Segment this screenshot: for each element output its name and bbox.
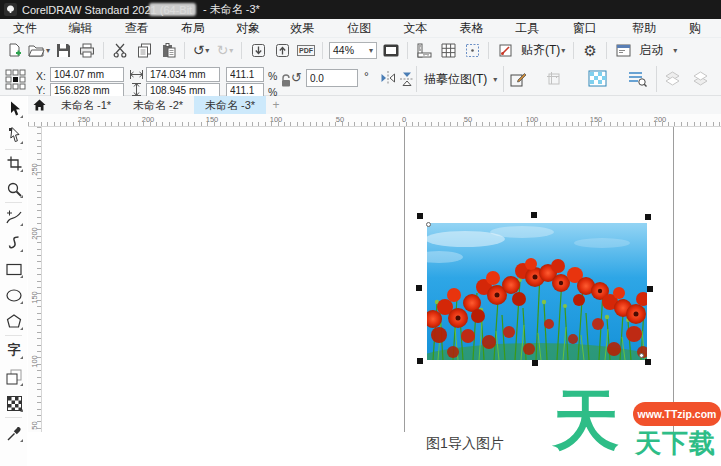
show-grid-toggle[interactable] — [436, 39, 460, 61]
hruler-label: 50 — [336, 115, 344, 124]
mirror-horizontal-button[interactable] — [380, 71, 396, 85]
menu-object[interactable]: 对象(J) — [227, 19, 281, 38]
vruler-label: 150 — [30, 288, 39, 308]
window-title-document: - 未命名 -3* — [203, 0, 260, 19]
vertical-ruler[interactable]: 250 200 150 100 50 — [28, 127, 42, 432]
toolbox-separator — [5, 149, 22, 150]
object-width-input[interactable] — [146, 67, 220, 82]
new-tab-button[interactable]: + — [266, 96, 286, 114]
rectangle-tool[interactable] — [3, 258, 25, 280]
launch-dropdown[interactable]: 启动 ▾ — [635, 39, 681, 61]
show-rulers-toggle[interactable] — [412, 39, 436, 61]
trace-bitmap-button[interactable]: 描摹位图(T) ▾ — [420, 68, 501, 90]
gear-icon: ⚙ — [584, 43, 597, 58]
open-dropdown-caret[interactable]: ▾ — [46, 46, 50, 55]
selection-handle-top-left[interactable] — [417, 213, 423, 219]
redo-dropdown-caret: ▾ — [229, 46, 233, 55]
paste-button[interactable] — [156, 39, 180, 61]
menu-effects[interactable]: 效果(C) — [281, 19, 338, 38]
menu-layout[interactable]: 布局(L) — [172, 19, 227, 38]
welcome-home-button[interactable] — [28, 96, 50, 114]
selection-handle-top-right[interactable] — [645, 214, 651, 220]
show-guidelines-toggle[interactable] — [460, 39, 484, 61]
interactive-fill-tool[interactable] — [3, 392, 25, 414]
scale-horizontal-input[interactable] — [226, 67, 264, 82]
transparency-tool[interactable] — [3, 366, 25, 388]
object-position-grid-icon[interactable] — [5, 69, 26, 90]
tab-untitled-1[interactable]: 未命名 -1* — [50, 96, 122, 114]
undo-button[interactable]: ↺ ▾ — [189, 39, 213, 61]
shape-tool[interactable] — [3, 124, 25, 146]
ttzip-watermark: 天 www.TTzip.com 天下载 — [553, 392, 721, 466]
rotation-node-top-left[interactable] — [426, 222, 431, 227]
export-button[interactable] — [270, 39, 294, 61]
menu-bitmaps[interactable]: 位图(B) — [338, 19, 394, 38]
menu-view[interactable]: 查看(V) — [116, 19, 172, 38]
zoom-tool[interactable] — [3, 178, 25, 200]
menu-buy[interactable]: 购买 — [680, 19, 721, 38]
zoom-level-select[interactable]: 44% ▾ — [329, 42, 377, 59]
polygon-tool[interactable] — [3, 310, 25, 332]
snap-off-button[interactable] — [493, 39, 517, 61]
straighten-image-button[interactable] — [628, 70, 647, 87]
pdf-icon: PDF — [297, 45, 315, 56]
x-position-input[interactable] — [50, 67, 124, 82]
fullscreen-preview-button[interactable] — [379, 39, 403, 61]
horizontal-ruler[interactable]: 250 200 150 100 50 0 50 100 150 200 — [28, 114, 721, 127]
selection-handle-bottom-right[interactable] — [645, 359, 651, 365]
selection-handle-middle-right[interactable] — [647, 286, 653, 292]
menu-edit[interactable]: 编辑(E) — [60, 19, 116, 38]
menu-text[interactable]: 文本(X) — [394, 19, 450, 38]
rotation-angle-input[interactable] — [306, 69, 358, 87]
cut-button[interactable] — [108, 39, 132, 61]
title-bar: CorelDRAW Standard 2021 (64-Bit - 未命名 -3… — [0, 0, 721, 19]
toolbox-separator — [5, 202, 22, 203]
selection-handle-top-middle[interactable] — [531, 212, 537, 218]
menu-file[interactable]: 文件(F) — [4, 19, 60, 38]
freehand-tool[interactable] — [3, 206, 25, 228]
curve-tool[interactable] — [3, 232, 25, 254]
snap-to-dropdown[interactable]: 贴齐(T) ▾ — [517, 39, 569, 61]
x-label: X: — [36, 70, 46, 82]
text-tool[interactable]: 字 — [3, 339, 25, 361]
degree-label: ° — [364, 70, 369, 84]
menu-help[interactable]: 帮助(H) — [623, 19, 680, 38]
ellipse-tool[interactable] — [3, 284, 25, 306]
new-document-button[interactable] — [3, 39, 27, 61]
tab-untitled-3-active[interactable]: 未命名 -3* — [194, 96, 266, 114]
redo-button[interactable]: ↻ ▾ — [213, 39, 237, 61]
save-button[interactable] — [51, 39, 75, 61]
menu-tools[interactable]: 工具(O) — [506, 19, 564, 38]
selection-handle-middle-left[interactable] — [416, 285, 422, 291]
pick-tool[interactable] — [3, 98, 25, 120]
selection-handle-bottom-middle[interactable] — [532, 360, 538, 366]
propbar-separator — [656, 66, 657, 92]
publish-pdf-button[interactable]: PDF — [294, 39, 318, 61]
propbar-separator — [416, 66, 417, 92]
zoom-level-caret: ▾ — [369, 46, 373, 55]
bitmap-boundary-button[interactable] — [588, 70, 607, 87]
imported-bitmap-poppy-field[interactable] — [427, 223, 647, 360]
mirror-vertical-button[interactable] — [400, 71, 414, 87]
snap-to-caret: ▾ — [561, 46, 565, 55]
options-button[interactable]: ⚙ — [578, 39, 602, 61]
crop-tool[interactable] — [3, 152, 25, 174]
menu-table[interactable]: 表格(T) — [451, 19, 507, 38]
zoom-level-value: 44% — [333, 44, 354, 56]
edit-bitmap-button[interactable] — [510, 71, 527, 88]
toolbar-separator — [407, 42, 408, 59]
menu-window[interactable]: 窗口(W) — [564, 19, 623, 38]
menu-bar: 文件(F) 编辑(E) 查看(V) 布局(L) 对象(J) 效果(C) 位图(B… — [0, 19, 721, 38]
tab-untitled-2[interactable]: 未命名 -2* — [122, 96, 194, 114]
print-button[interactable] — [75, 39, 99, 61]
selection-handle-bottom-left[interactable] — [417, 358, 423, 364]
copy-button[interactable] — [132, 39, 156, 61]
open-document-button[interactable]: ▾ — [27, 39, 51, 61]
hruler-label: 100 — [526, 115, 539, 124]
import-button[interactable] — [246, 39, 270, 61]
rotation-node-bottom-right[interactable] — [639, 353, 644, 358]
eyedropper-tool[interactable] — [3, 422, 25, 444]
undo-dropdown-caret[interactable]: ▾ — [205, 46, 209, 55]
standard-toolbar: ▾ ↺ ▾ ↻ ▾ — [0, 38, 721, 62]
property-bar: X: Y: % % ↺ ° 描摹位图(T) ▾ — [0, 62, 721, 96]
